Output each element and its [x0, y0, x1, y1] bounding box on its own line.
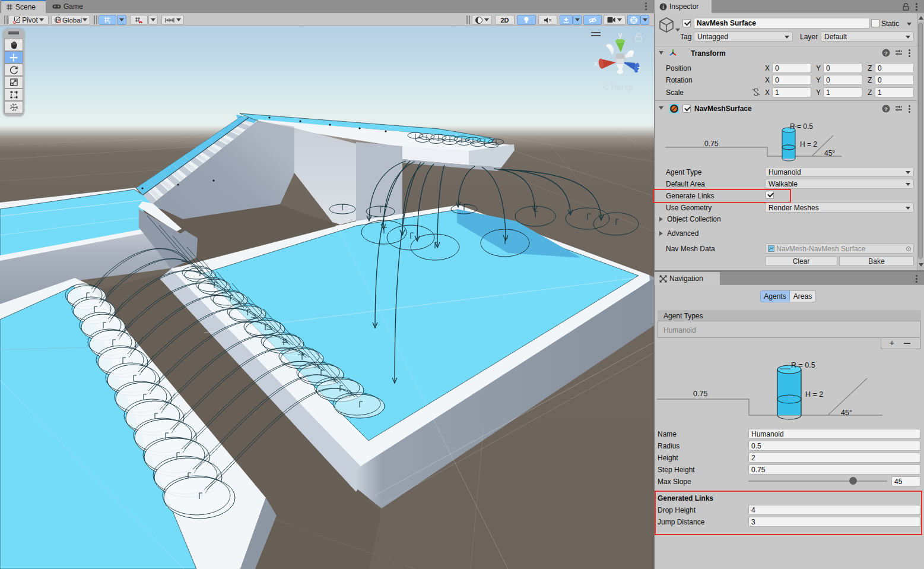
- svg-text:?: ?: [884, 50, 888, 56]
- svg-text:R = 0.5: R = 0.5: [791, 361, 815, 369]
- svg-text:0.75: 0.75: [704, 140, 719, 148]
- svg-text:x: x: [594, 59, 598, 68]
- svg-text:H = 2: H = 2: [805, 390, 823, 399]
- svg-text:0.75: 0.75: [693, 390, 707, 398]
- svg-text:45°: 45°: [824, 149, 835, 157]
- svg-text:Persp: Persp: [611, 83, 633, 92]
- svg-text:z: z: [637, 64, 642, 73]
- svg-text:Y: Y: [108, 20, 111, 24]
- svg-text:?: ?: [884, 106, 888, 112]
- svg-text:45°: 45°: [841, 409, 852, 417]
- svg-text:H = 2: H = 2: [800, 140, 817, 148]
- svg-text:y: y: [618, 30, 623, 39]
